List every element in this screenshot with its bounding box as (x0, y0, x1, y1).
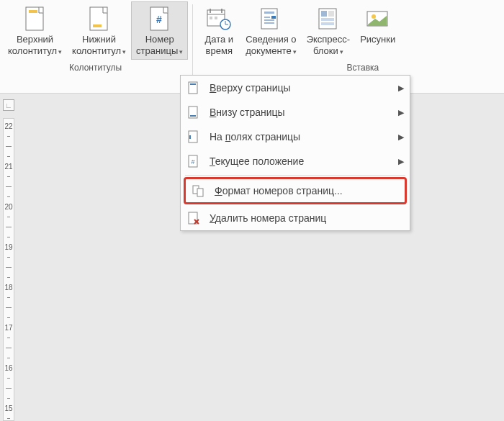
ribbon-separator (192, 4, 193, 76)
menu-separator (185, 175, 405, 176)
date-time-button[interactable]: Дата и время (197, 1, 240, 60)
ruler-tick: 16 (4, 364, 14, 372)
submenu-arrow-icon: ▶ (398, 157, 404, 166)
ruler-corner-icon: ∟ (3, 99, 14, 111)
current-position-icon: # (186, 154, 201, 168)
docinfo-label-1: Сведения о (246, 34, 296, 45)
quickparts-label-1: Экспресс- (307, 34, 351, 45)
svg-rect-11 (215, 17, 217, 19)
pictures-label-1: Рисунки (360, 34, 395, 45)
svg-text:#: # (156, 14, 162, 25)
quick-parts-icon (315, 5, 341, 32)
ruler-tick: 19 (4, 243, 14, 251)
ruler-tick: 20 (4, 203, 14, 211)
menu-item-top-of-page[interactable]: Вверху страницы ▶ (181, 76, 410, 100)
menu-label: Вверху страницы (210, 82, 392, 94)
menu-item-current-position[interactable]: # Текущее положение ▶ (181, 149, 410, 173)
chevron-down-icon: ▾ (58, 48, 62, 55)
docinfo-label-2: документе (246, 45, 291, 56)
ruler-tick: 15 (4, 404, 14, 412)
ruler-tick: 18 (4, 284, 14, 291)
footer-button[interactable]: Нижний колонтитул▾ (67, 1, 131, 60)
svg-rect-31 (190, 115, 196, 117)
quick-parts-button[interactable]: Экспресс- блоки▾ (302, 1, 356, 60)
submenu-arrow-icon: ▶ (398, 132, 404, 142)
svg-rect-24 (321, 18, 334, 21)
menu-item-bottom-of-page[interactable]: Внизу страницы ▶ (181, 100, 410, 125)
svg-rect-20 (271, 16, 276, 19)
menu-label: Текущее положение (210, 155, 392, 167)
vertical-ruler[interactable]: 2221201918171615 (3, 118, 14, 421)
page-number-label-1: Номер (145, 34, 174, 45)
svg-rect-23 (328, 11, 334, 17)
page-number-icon: # (147, 5, 173, 32)
date-time-label-1: Дата и (204, 34, 233, 45)
page-margin-icon (186, 130, 201, 144)
menu-label: Формат номеров страниц... (215, 185, 399, 196)
menu-label: Внизу страницы (210, 107, 392, 118)
header-icon (22, 5, 48, 32)
ribbon-group-headers-footers: Верхний колонтитул▾ Нижний колонтитул▾ #… (0, 0, 191, 93)
group-label-insert: Вставка (197, 60, 400, 76)
ruler-tick: 17 (4, 324, 14, 332)
pictures-button[interactable]: Рисунки (355, 1, 400, 60)
svg-rect-3 (93, 24, 102, 27)
svg-rect-25 (321, 22, 334, 25)
footer-label-2: колонтитул (72, 45, 121, 56)
ruler-tick: 22 (4, 122, 14, 130)
svg-text:#: # (191, 158, 194, 166)
svg-rect-16 (264, 12, 274, 14)
quickparts-label-2: блоки (313, 45, 338, 56)
page-number-dropdown: Вверху страницы ▶ Внизу страницы ▶ На по… (180, 75, 410, 231)
page-top-icon (186, 81, 201, 95)
svg-rect-10 (210, 17, 212, 19)
footer-icon (86, 5, 112, 32)
document-info-icon (258, 5, 284, 32)
group-label-headers-footers: Колонтитулы (3, 60, 188, 76)
remove-numbers-icon (186, 211, 201, 225)
chevron-down-icon: ▾ (179, 48, 183, 55)
menu-label: На полях страницы (210, 131, 392, 142)
menu-item-page-margins[interactable]: На полях страницы ▶ (181, 125, 410, 149)
format-numbers-icon (192, 184, 206, 198)
svg-rect-37 (197, 189, 203, 196)
chevron-down-icon: ▾ (293, 48, 297, 55)
ruler-tick: 21 (4, 163, 14, 171)
date-time-icon (206, 5, 232, 32)
header-label-2: колонтитул (8, 45, 57, 56)
pictures-icon (365, 5, 391, 32)
svg-rect-1 (29, 10, 37, 13)
submenu-arrow-icon: ▶ (398, 83, 404, 93)
svg-point-27 (372, 14, 376, 19)
menu-item-format-page-numbers[interactable]: Формат номеров страниц... (184, 177, 407, 204)
document-info-button[interactable]: Сведения о документе▾ (240, 1, 301, 60)
svg-rect-22 (321, 11, 327, 17)
submenu-arrow-icon: ▶ (398, 108, 404, 117)
header-button[interactable]: Верхний колонтитул▾ (3, 1, 67, 60)
svg-rect-33 (189, 135, 191, 139)
header-label-1: Верхний (17, 34, 53, 45)
svg-rect-29 (190, 83, 196, 85)
menu-label: Удалить номера страниц (210, 212, 404, 224)
chevron-down-icon: ▾ (122, 48, 126, 55)
page-bottom-icon (186, 105, 201, 119)
chevron-down-icon: ▾ (340, 48, 343, 55)
page-number-label-2: страницы (136, 45, 178, 56)
date-time-label-2: время (206, 45, 233, 56)
page-number-button[interactable]: # Номер страницы▾ (131, 1, 188, 60)
footer-label-1: Нижний (82, 34, 116, 45)
menu-item-remove-page-numbers[interactable]: Удалить номера страниц (181, 206, 410, 230)
